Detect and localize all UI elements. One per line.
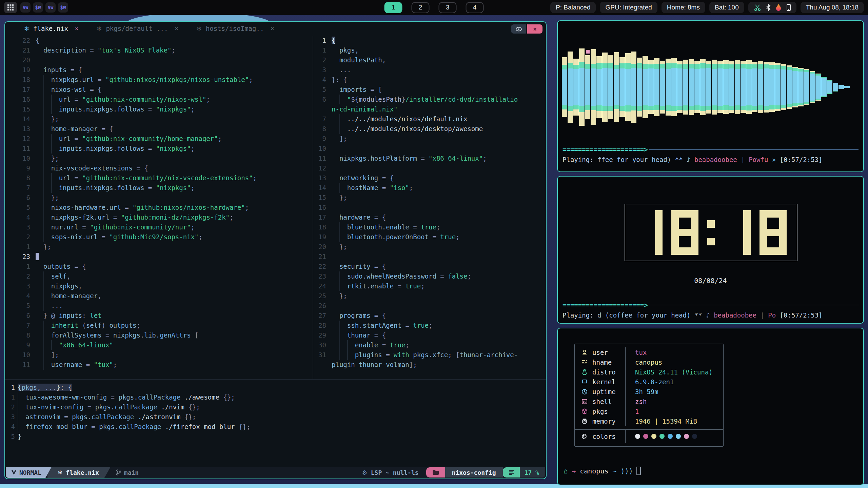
line-number: 16 [5,95,36,104]
project-label: nixos-config [452,469,496,476]
line-number: 30 [314,340,332,350]
horizontal-split-divider[interactable] [5,379,546,380]
code-line: 2 sops-nix.url = "github:Mic92/sops-nix"… [5,232,313,242]
code-line: 4}: { [314,75,547,85]
flame-icon [775,4,782,11]
code-line: 6 } @ inputs: let [5,311,313,321]
tag-3[interactable]: 3 [439,2,457,13]
rule-line [649,149,859,150]
bluetooth-icon [766,4,771,11]
shell-prompt[interactable]: ⌂ → canopus ~ ))) [564,467,641,475]
status-pill-1[interactable]: GPU: Integrated [600,2,657,13]
code-line: 21 [314,252,547,262]
indent-guide [339,222,340,232]
code-line: 20 [5,55,313,65]
indent-guide [339,124,340,134]
indent-guide [339,114,340,124]
fetch-row-distro: distroNixOS 24.11 (Vicuna) [575,367,723,377]
code-line: 3 astronvim = pkgs.callPackage ./astronv… [5,412,546,422]
code-line: 4 firefox-mod-blur = pkgs.callPackage ./… [5,422,546,432]
tab-pkgs-default-[interactable]: ❄pkgs/default ...× [97,25,178,32]
status-pill-0[interactable]: P: Balanced [550,2,596,13]
tab-flake-nix[interactable]: ❄flake.nix× [24,25,78,32]
code-line: 4 home-manager, [5,291,313,301]
code-line: 1{pkgs, ...}: { [5,383,546,392]
indent-guide [51,173,52,183]
clock-pill[interactable]: Thu Aug 08, 18:18 [801,2,864,13]
line-number: 25 [314,291,332,301]
tab-close-icon[interactable]: × [175,25,178,32]
palette-dot-0 [635,434,640,439]
line-number: 18 [5,75,36,85]
workspace-button-4[interactable]: $W [58,2,68,13]
launcher-button[interactable] [4,2,17,13]
line-number: 19 [5,65,36,75]
indent-guide [43,330,44,340]
line-number: 31 [314,350,332,360]
line-number: 8 [314,124,332,134]
clock-digit-1 [635,210,663,255]
tab-close-icon[interactable]: × [75,25,78,32]
line-number: 19 [314,232,332,242]
bottom-code-pane[interactable]: 1{pkgs, ...}: {1 tux-awesome-wm-config =… [5,383,546,442]
titlebar-close-button[interactable]: × [527,24,542,34]
tab-close-icon[interactable]: × [271,25,274,32]
line-number: 29 [314,330,332,340]
status-pill-2[interactable]: Home: 8ms [662,2,705,13]
code-line: 1 pkgs, [314,45,547,55]
grid-icon [7,4,14,11]
code-line: 21 description = "tux's NixOS Flake"; [5,45,313,55]
tab-hosts-isoImag-[interactable]: ❄hosts/isoImag..× [197,25,274,32]
vertical-split-divider[interactable] [313,36,313,380]
fetch-label: shell [592,398,612,405]
indent-guide [51,95,52,104]
code-line: 24 rtkit.enable = true; [314,281,547,291]
workspace-button-1[interactable]: $W [20,2,31,13]
code-line: 17 hardware = { [314,212,547,222]
colors-icon [581,433,588,440]
line-number: 11 [5,360,36,370]
tray-pill[interactable] [748,2,796,13]
status-pill-3[interactable]: Bat: 100 [709,2,744,13]
line-number: 10 [5,154,36,163]
workspace-buttons: $W$W$W$W [20,2,68,13]
terminal-cursor [636,467,641,475]
statusline-mode: NORMAL [6,467,52,478]
line-number: 17 [5,85,36,95]
audio-visualizer [562,31,860,143]
code-line: plugin thunar-volman]; [314,360,547,370]
code-line: 14 }; [5,114,313,124]
indent-guide [43,301,44,311]
code-line: 27 programs = { [314,311,547,321]
snowflake-icon: ❄ [58,469,62,476]
tab-label: flake.nix [33,25,68,32]
indent-guide [43,144,44,154]
line-number: 9 [5,163,36,173]
indent-guide [339,95,340,104]
fetch-row-shell: shellzsh [575,396,723,406]
line-number: 6 [314,95,332,104]
tag-1[interactable]: 1 [384,2,402,13]
code-line: 11 nixpkgs.hostPlatform = "x86_64-linux"… [314,154,547,163]
tag-4[interactable]: 4 [466,2,484,13]
workspace-button-3[interactable]: $W [45,2,56,13]
line-number: 5 [314,85,332,95]
code-line: 9 ]; [314,134,547,144]
statusline-branch: main [116,469,139,476]
code-line: 19 inputs = { [5,65,313,75]
code-line: 17 nixos-wsl = { [5,85,313,95]
scissors-icon [754,4,761,11]
clock-digit-8 [671,210,698,255]
indent-guide [51,340,52,350]
tab-list: ❄flake.nix×❄pkgs/default ...×❄hosts/isoI… [24,25,274,32]
right-code-pane[interactable]: 1{1 pkgs,2 modulesPath,3 ...4}: {5 impor… [314,36,547,370]
code-line: 9 "x86_64-linux" [5,340,313,350]
code-line: 8 url = "github:nix-community/nix-vscode… [5,173,313,183]
code-line: 18 bluetooth.enable = true; [314,222,547,232]
left-code-pane[interactable]: 22{21 description = "tux's NixOS Flake";… [5,36,313,370]
workspace-button-2[interactable]: $W [33,2,43,13]
code-line: 13 home-manager = { [5,124,313,134]
titlebar-eye-button[interactable] [511,24,526,34]
tag-2[interactable]: 2 [412,2,430,13]
indent-guide [18,412,18,422]
